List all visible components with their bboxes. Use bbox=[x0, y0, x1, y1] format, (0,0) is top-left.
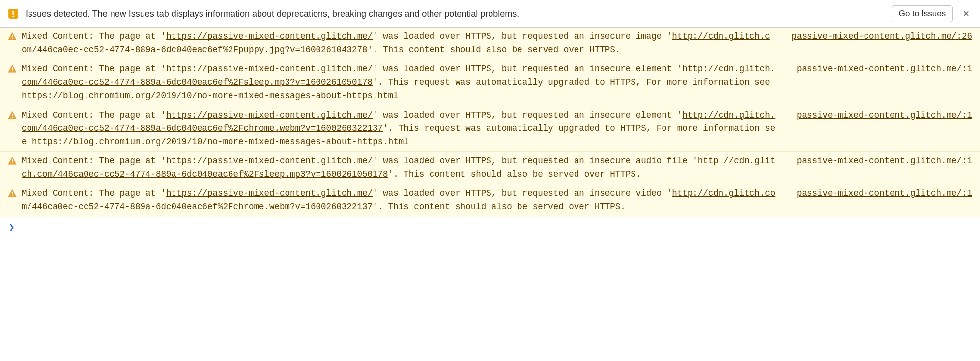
console-source-link[interactable]: passive-mixed-content.glitch.me/:26 bbox=[791, 30, 972, 43]
warning-triangle-icon bbox=[8, 32, 17, 41]
svg-point-4 bbox=[12, 38, 13, 39]
console-warning-row: Mixed Content: The page at 'https://pass… bbox=[0, 28, 980, 60]
issues-info-bar: Issues detected. The new Issues tab disp… bbox=[0, 0, 980, 28]
inline-url-link[interactable]: https://blog.chromium.org/2019/10/no-mor… bbox=[22, 91, 399, 101]
warning-triangle-icon bbox=[8, 64, 17, 73]
console-warning-row: Mixed Content: The page at 'https://pass… bbox=[0, 106, 980, 152]
console-source-link[interactable]: passive-mixed-content.glitch.me/:1 bbox=[797, 187, 972, 200]
console-warning-row: Mixed Content: The page at 'https://pass… bbox=[0, 184, 980, 217]
console-warning-row: Mixed Content: The page at 'https://pass… bbox=[0, 60, 980, 106]
console-source-link[interactable]: passive-mixed-content.glitch.me/:1 bbox=[797, 109, 972, 122]
svg-point-8 bbox=[12, 117, 13, 118]
inline-url-link[interactable]: http://cdn.glitch.com/446ca0ec-cc52-4774… bbox=[22, 110, 775, 133]
inline-url-link[interactable]: https://blog.chromium.org/2019/10/no-mor… bbox=[32, 137, 409, 147]
inline-url-link[interactable]: https://passive-mixed-content.glitch.me/ bbox=[166, 64, 373, 74]
console-message-wrap: Mixed Content: The page at 'https://pass… bbox=[22, 109, 972, 149]
svg-rect-5 bbox=[12, 67, 13, 70]
inline-url-link[interactable]: http://cdn.glitch.com/446ca0ec-cc52-4774… bbox=[22, 64, 775, 87]
inline-url-link[interactable]: https://passive-mixed-content.glitch.me/ bbox=[166, 156, 373, 166]
console-source-link[interactable]: passive-mixed-content.glitch.me/:1 bbox=[797, 154, 972, 168]
inline-url-link[interactable]: http://cdn.glitch.com/446ca0ec-cc52-4774… bbox=[22, 156, 775, 179]
console-warning-message: Mixed Content: The page at 'https://pass… bbox=[22, 187, 777, 213]
warning-triangle-icon bbox=[8, 111, 17, 120]
svg-rect-11 bbox=[12, 192, 13, 194]
inline-url-link[interactable]: https://passive-mixed-content.glitch.me/ bbox=[166, 31, 373, 41]
console-warning-message: Mixed Content: The page at 'https://pass… bbox=[22, 30, 772, 57]
svg-point-6 bbox=[12, 71, 13, 72]
inline-url-link[interactable]: http://cdn.glitch.com/446ca0ec-cc52-4774… bbox=[22, 31, 770, 55]
console-message-wrap: Mixed Content: The page at 'https://pass… bbox=[22, 187, 972, 213]
svg-rect-9 bbox=[12, 159, 13, 162]
warning-triangle-icon bbox=[8, 189, 17, 198]
console-message-wrap: Mixed Content: The page at 'https://pass… bbox=[22, 30, 972, 57]
inline-url-link[interactable]: https://passive-mixed-content.glitch.me/ bbox=[166, 110, 373, 120]
console-warning-message: Mixed Content: The page at 'https://pass… bbox=[22, 109, 777, 149]
console-warning-row: Mixed Content: The page at 'https://pass… bbox=[0, 152, 980, 184]
svg-rect-7 bbox=[12, 113, 13, 116]
console-prompt[interactable]: ❯ bbox=[0, 217, 980, 236]
console-source-link[interactable]: passive-mixed-content.glitch.me/:1 bbox=[797, 62, 972, 76]
console-message-wrap: Mixed Content: The page at 'https://pass… bbox=[22, 154, 972, 181]
inline-url-link[interactable]: https://passive-mixed-content.glitch.me/ bbox=[166, 188, 373, 198]
issues-info-text: Issues detected. The new Issues tab disp… bbox=[26, 9, 885, 19]
console-message-wrap: Mixed Content: The page at 'https://pass… bbox=[22, 62, 972, 102]
svg-point-12 bbox=[12, 195, 13, 196]
go-to-issues-button[interactable]: Go to Issues bbox=[892, 5, 953, 22]
svg-rect-3 bbox=[12, 35, 13, 37]
svg-point-10 bbox=[12, 162, 13, 163]
console-warning-message: Mixed Content: The page at 'https://pass… bbox=[22, 62, 777, 102]
issues-detected-icon bbox=[8, 8, 19, 19]
svg-point-2 bbox=[12, 16, 14, 18]
close-icon[interactable]: × bbox=[960, 8, 972, 19]
console-warning-message: Mixed Content: The page at 'https://pass… bbox=[22, 154, 777, 181]
warning-triangle-icon bbox=[8, 156, 17, 165]
console-message-list: Mixed Content: The page at 'https://pass… bbox=[0, 28, 980, 217]
inline-url-link[interactable]: http://cdn.glitch.com/446ca0ec-cc52-4774… bbox=[22, 188, 775, 211]
svg-rect-1 bbox=[12, 11, 14, 15]
